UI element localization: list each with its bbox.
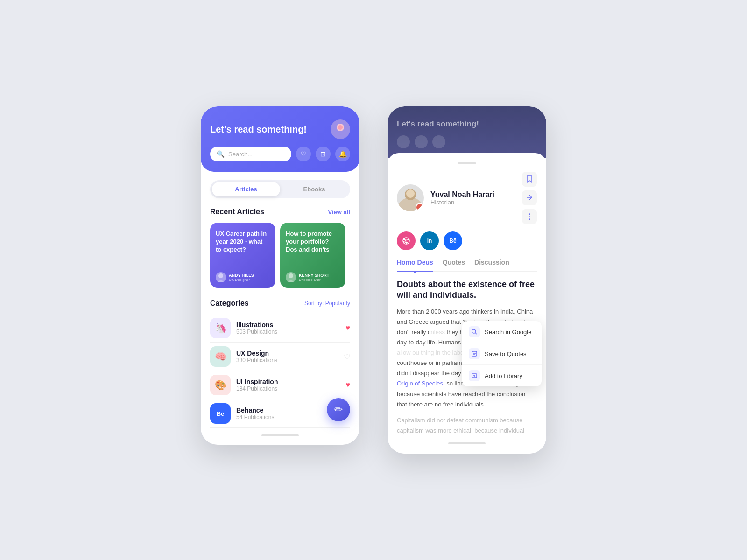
tab-quotes[interactable]: Quotes <box>443 259 465 271</box>
active-tab-dot <box>414 271 416 273</box>
left-header: Let's read something! 🔍 Search... ♡ ⊡ 🔔 <box>201 106 359 172</box>
svg-point-1 <box>338 125 343 130</box>
tab-ebooks[interactable]: Ebooks <box>280 182 348 196</box>
more-options-button[interactable]: ⋮ <box>522 209 537 224</box>
bookmarks-button[interactable]: ⊡ <box>316 147 331 161</box>
favorites-button[interactable]: ♡ <box>296 147 311 161</box>
article-heading: Doubts about the existence of free will … <box>397 279 537 301</box>
search-icon: 🔍 <box>217 150 225 158</box>
right-icon-1[interactable] <box>397 135 410 148</box>
author-avatar-large <box>397 184 424 211</box>
svg-point-3 <box>289 273 293 278</box>
svg-point-9 <box>472 329 476 333</box>
author-avatar-2 <box>286 272 296 282</box>
category-icon-illustrations: 🦄 <box>210 318 231 338</box>
categories-title: Categories <box>210 299 249 308</box>
share-button[interactable] <box>522 190 537 205</box>
category-name-behance: Behance <box>236 406 338 414</box>
sort-by[interactable]: Sort by: Popularity <box>304 300 350 307</box>
header-title: Let's read something! <box>210 124 307 135</box>
category-item-ui[interactable]: 🎨 UI Inspiration 184 Publications ♥ <box>210 371 350 399</box>
favorite-icon-ui[interactable]: ♥ <box>346 381 351 389</box>
right-icon-2[interactable] <box>415 135 428 148</box>
author-name-large: Yuval Noah Harari <box>430 190 515 199</box>
author-info-2: KENNY SHORT Dribbble Star <box>299 273 329 282</box>
favorite-icon-illustrations[interactable]: ♥ <box>346 324 351 332</box>
articles-row: UX Career path in year 2020 - what to ex… <box>210 223 350 288</box>
right-scroll-hint <box>448 442 486 444</box>
svg-line-10 <box>475 333 477 334</box>
search-bar[interactable]: 🔍 Search... <box>210 147 291 161</box>
content-tabs-row: Articles Ebooks <box>210 180 350 198</box>
left-phone: Let's read something! 🔍 Search... ♡ ⊡ 🔔 <box>201 106 359 445</box>
dribbble-button[interactable] <box>397 231 416 250</box>
article-card-2[interactable]: How to promote your portfolio? Dos and d… <box>280 223 345 288</box>
category-info-behance: Behance 54 Publications <box>236 406 338 420</box>
author-role-1: UX Designer <box>229 278 254 282</box>
right-header-icons <box>397 135 537 148</box>
article-author-1: ANDY HILLS UX Designer <box>216 272 270 282</box>
article-body-fade: Capitalism did not defeat communism beca… <box>397 415 537 436</box>
context-search-google[interactable]: Search in Google <box>462 321 542 343</box>
category-name-illustrations: Illustrations <box>236 321 340 329</box>
search-google-icon <box>469 326 480 337</box>
notifications-button[interactable]: 🔔 <box>335 147 350 161</box>
svg-point-7 <box>406 189 415 198</box>
category-info-illustrations: Illustrations 503 Publications <box>236 321 340 335</box>
avatar[interactable] <box>331 119 350 139</box>
category-item-illustrations[interactable]: 🦄 Illustrations 503 Publications ♥ <box>210 314 350 343</box>
category-item-ux[interactable]: 🧠 UX Design 330 Publications ♡ <box>210 343 350 371</box>
social-row: in Bē <box>397 231 537 250</box>
author-avatar-1 <box>216 272 226 282</box>
action-buttons: ⋮ <box>522 172 537 224</box>
tab-homo-deus[interactable]: Homo Deus <box>397 259 433 271</box>
context-menu: Search in Google Save to Quotes Add to L… <box>462 321 542 386</box>
author-name-1: ANDY HILLS <box>229 273 254 278</box>
category-name-ui: UI Inspiration <box>236 378 340 385</box>
search-google-label: Search in Google <box>485 329 531 336</box>
save-quotes-icon <box>469 348 480 359</box>
tab-discussion[interactable]: Discussion <box>474 259 509 271</box>
drag-handle <box>458 162 476 164</box>
view-all-link[interactable]: View all <box>328 209 350 216</box>
right-body: Yuval Noah Harari Historian ⋮ <box>388 153 546 454</box>
recent-articles-title: Recent Articles <box>210 208 264 216</box>
linkedin-button[interactable]: in <box>420 231 439 250</box>
svg-point-2 <box>218 273 223 278</box>
article-card-1[interactable]: UX Career path in year 2020 - what to ex… <box>210 223 275 288</box>
content-tabs: Homo Deus Quotes Discussion <box>397 259 537 272</box>
category-count-ui: 184 Publications <box>236 385 340 392</box>
category-icon-behance: Bē <box>210 403 231 424</box>
add-library-icon <box>469 370 480 381</box>
category-icon-ux: 🧠 <box>210 346 231 367</box>
context-save-quotes[interactable]: Save to Quotes <box>462 343 542 365</box>
header-top: Let's read something! <box>210 119 350 139</box>
article-author-2: KENNY SHORT Dribbble Star <box>286 272 340 282</box>
add-library-label: Add to Library <box>485 372 522 379</box>
bookmark-button[interactable] <box>522 172 537 187</box>
tab-articles[interactable]: Articles <box>212 182 280 196</box>
author-info-1: ANDY HILLS UX Designer <box>229 273 254 282</box>
category-info-ui: UI Inspiration 184 Publications <box>236 378 340 392</box>
favorite-icon-ux[interactable]: ♡ <box>344 352 350 361</box>
category-name-ux: UX Design <box>236 350 338 357</box>
category-count-behance: 54 Publications <box>236 414 338 420</box>
category-count-illustrations: 503 Publications <box>236 329 340 335</box>
author-name-2: KENNY SHORT <box>299 273 329 278</box>
right-header-title: Let's read something! <box>397 119 537 129</box>
scroll-hint <box>261 434 299 436</box>
article-title-1: UX Career path in year 2020 - what to ex… <box>216 230 270 254</box>
right-phone: Let's read something! <box>388 106 546 454</box>
fab-button[interactable]: ✏ <box>327 398 350 421</box>
context-add-library[interactable]: Add to Library <box>462 365 542 386</box>
author-role-2: Dribbble Star <box>299 278 329 282</box>
phones-container: Let's read something! 🔍 Search... ♡ ⊡ 🔔 <box>201 106 546 454</box>
author-details: Yuval Noah Harari Historian <box>430 190 515 206</box>
behance-button[interactable]: Bē <box>444 231 462 250</box>
recent-articles-header: Recent Articles View all <box>210 208 350 216</box>
categories-header: Categories Sort by: Popularity <box>210 299 350 308</box>
right-header: Let's read something! <box>388 106 546 158</box>
author-row: Yuval Noah Harari Historian ⋮ <box>397 172 537 224</box>
right-icon-3[interactable] <box>432 135 445 148</box>
article-title-2: How to promote your portfolio? Dos and d… <box>286 230 340 254</box>
